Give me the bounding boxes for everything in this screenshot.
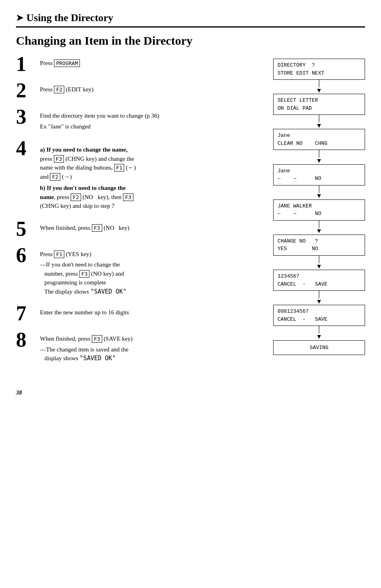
steps-column: 1 Press PROGRAM 2 Press F2 (EDIT key) 3 … xyxy=(16,57,273,373)
step-4a: a) If you need to change the name, press… xyxy=(40,145,136,181)
step-number-1: 1 xyxy=(16,54,37,75)
step-content-3: Find the directory item you want to chan… xyxy=(40,110,159,132)
step-number-2: 2 xyxy=(16,80,37,101)
arrow-4-5: │ ▼ xyxy=(273,185,365,199)
arrow-1-2: │ ▼ xyxy=(273,80,365,94)
step-7: 7 Enter the new number up to 16 digits xyxy=(16,306,265,324)
diagram-box-6: CHANGE NO ? YES NO xyxy=(273,235,365,256)
step-8: 8 When finished, press F3 (SAVE key) —Th… xyxy=(16,333,265,365)
step-content-8: When finished, press F3 (SAVE key) —The … xyxy=(40,333,133,365)
step-3: 3 Find the directory item you want to ch… xyxy=(16,110,265,132)
step-2: 2 Press F2 (EDIT key) xyxy=(16,83,265,101)
diagram-box-1: DIRECTORY ? STORE EDIT NEXT xyxy=(273,59,365,80)
step-content-6: Press F1 (YES key) —If you don't need to… xyxy=(40,248,127,298)
step-6: 6 Press F1 (YES key) —If you don't need … xyxy=(16,248,265,298)
step-content-5: When finished, press F3 (NO key) xyxy=(40,222,129,233)
f3-key-4b: F3 xyxy=(123,193,133,201)
step-number-6: 6 xyxy=(16,245,37,266)
step-4b-bold: name xyxy=(40,194,54,200)
step-4b: b) If you don't need to change the name,… xyxy=(40,184,136,211)
arrow-2-3: │ ▼ xyxy=(273,115,365,129)
section-title: Changing an Item in the Directory xyxy=(16,34,365,47)
arrow-6-7: │ ▼ xyxy=(273,256,365,270)
f3-key-step6: F3 xyxy=(79,270,90,278)
arrow-7-8: │ ▼ xyxy=(273,291,365,305)
step-number-8: 8 xyxy=(16,330,37,350)
header-title: Using the Directory xyxy=(26,12,113,24)
f3-key-4a: F3 xyxy=(54,155,64,163)
step-number-3: 3 xyxy=(16,107,37,127)
step-4a-label: a) If you need to change the name, xyxy=(40,146,127,153)
step-number-5: 5 xyxy=(16,219,37,239)
f2-key-step2: F2 xyxy=(54,86,64,93)
step-number-7: 7 xyxy=(16,303,37,324)
f2-key-4a: F2 xyxy=(50,173,60,181)
arrow-8-9: │ ▼ xyxy=(273,326,365,340)
arrow-3-4: │ ▼ xyxy=(273,150,365,164)
saved-ok-text-8: "SAVED OK" xyxy=(80,355,116,362)
step-5: 5 When finished, press F3 (NO key) xyxy=(16,222,265,239)
diagram-box-8: 0981234567 CANCEL - SAVE xyxy=(273,305,365,326)
f3-key-step8: F3 xyxy=(92,335,102,343)
diagram-box-4: Jane ← → NO xyxy=(273,164,365,185)
step-number-4: 4 xyxy=(16,138,37,159)
page-header: ➤ Using the Directory xyxy=(16,12,365,28)
step-4: 4 a) If you need to change the name, pre… xyxy=(16,141,265,213)
diagram-box-2: SELECT LETTER ON DIAL PAD xyxy=(273,94,365,115)
saved-ok-text-6: "SAVED OK" xyxy=(90,288,126,295)
diagram-box-5: JANE WALKER ← → NO xyxy=(273,199,365,221)
step-1: 1 Press PROGRAM xyxy=(16,57,265,75)
diagram-box-3: Jane CLEAR NO CHNG xyxy=(273,129,365,150)
main-layout: 1 Press PROGRAM 2 Press F2 (EDIT key) 3 … xyxy=(16,57,365,373)
diagram-box-7: 1234567 CANCEL - SAVE xyxy=(273,270,365,291)
f1-key-step6: F1 xyxy=(54,251,64,258)
step-content-1: Press PROGRAM xyxy=(40,57,80,68)
program-key: PROGRAM xyxy=(54,59,80,67)
arrow-icon: ➤ xyxy=(16,13,23,23)
page-number: 38 xyxy=(16,389,365,396)
f3-key-step5: F3 xyxy=(92,224,102,232)
diagram-column: DIRECTORY ? STORE EDIT NEXT │ ▼ SELECT L… xyxy=(273,57,365,355)
step-content-4: a) If you need to change the name, press… xyxy=(40,141,136,213)
arrow-5-6: │ ▼ xyxy=(273,221,365,235)
diagram-box-9: SAVING xyxy=(273,340,365,355)
f1-key-4a: F1 xyxy=(114,164,125,172)
step-4b-label: b) If you don't need to change the xyxy=(40,185,126,191)
step-content-2: Press F2 (EDIT key) xyxy=(40,83,93,94)
f2-key-4b: F2 xyxy=(71,193,81,201)
step-content-7: Enter the new number up to 16 digits xyxy=(40,306,129,317)
